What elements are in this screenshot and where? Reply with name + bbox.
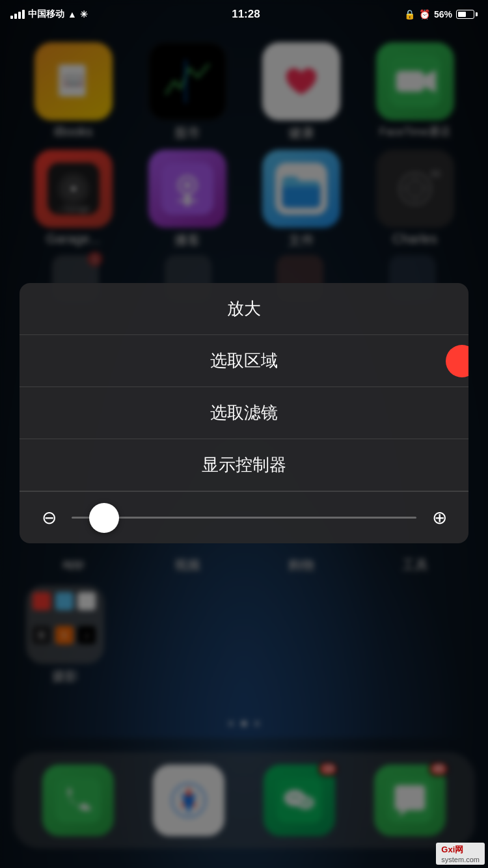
zoom-slider-row: ⊖ ⊕	[20, 491, 468, 543]
wifi-icon: ▲	[68, 9, 77, 20]
watermark: Gxi网 system.com	[436, 843, 485, 865]
battery-icon	[456, 10, 478, 19]
menu-item-zoom[interactable]: 放大	[20, 283, 468, 335]
carrier-label: 中国移动	[28, 8, 64, 20]
status-right: 🔒 ⏰ 56%	[404, 9, 478, 20]
status-left: 中国移动 ▲ ✳	[10, 8, 88, 20]
context-menu: 放大 选取区域 选取滤镜 显示控制器 ⊖ ⊕	[20, 283, 468, 543]
zoom-plus-icon[interactable]: ⊕	[426, 507, 452, 528]
lock-icon: 🔒	[404, 9, 415, 20]
alarm-icon: ⏰	[419, 9, 430, 20]
bluetooth-icon: ✳	[80, 9, 88, 20]
red-button[interactable]	[446, 345, 468, 377]
menu-item-show-controller[interactable]: 显示控制器	[20, 439, 468, 491]
menu-item-select-region[interactable]: 选取区域	[20, 335, 468, 387]
zoom-minus-icon[interactable]: ⊖	[36, 507, 62, 528]
signal-bars	[10, 10, 25, 19]
menu-item-select-lens[interactable]: 选取滤镜	[20, 387, 468, 439]
status-bar: 中国移动 ▲ ✳ 11:28 🔒 ⏰ 56%	[0, 0, 488, 29]
zoom-slider-track[interactable]	[72, 517, 416, 519]
status-time: 11:28	[232, 8, 260, 21]
battery-percent: 56%	[434, 9, 452, 20]
zoom-slider-thumb[interactable]	[89, 503, 119, 533]
